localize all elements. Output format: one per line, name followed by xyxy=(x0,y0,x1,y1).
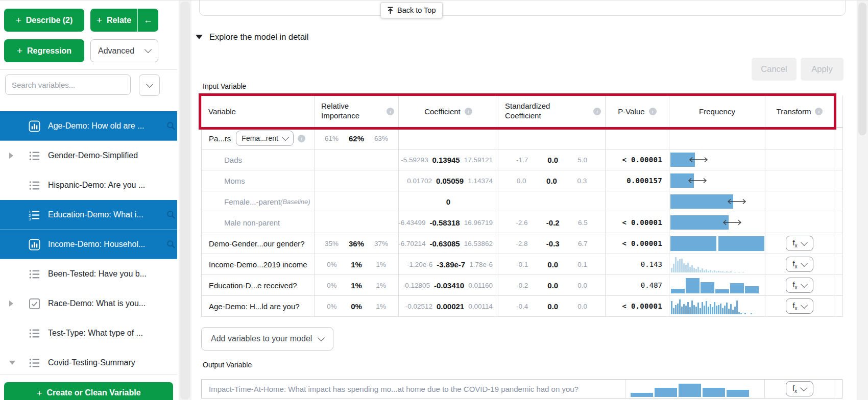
apply-button[interactable]: Apply xyxy=(801,58,843,81)
variable-name: Moms xyxy=(202,177,245,185)
info-icon[interactable] xyxy=(815,108,823,115)
info-icon[interactable] xyxy=(593,108,601,115)
search-options-dropdown[interactable] xyxy=(139,74,160,96)
value-high: 0.3 xyxy=(577,177,587,185)
histogram-bar xyxy=(686,278,700,293)
p-value: 0.143 xyxy=(641,260,662,268)
scrollbar-thumb[interactable] xyxy=(180,2,190,399)
numbered-list-icon: 123 xyxy=(29,209,40,221)
chevron-right-icon[interactable] xyxy=(9,301,13,307)
column-header-label: Variable xyxy=(208,107,236,116)
sidebar-item[interactable]: Covid-Testing-Summary xyxy=(0,348,177,378)
value-high: 1.78e-6 xyxy=(469,261,493,268)
info-icon[interactable] xyxy=(649,108,657,115)
magnifier-icon[interactable] xyxy=(166,239,176,249)
magnifier-icon[interactable] xyxy=(166,121,176,131)
regression-button[interactable]: + Regression xyxy=(4,39,84,62)
sidebar-item[interactable]: Test-Type: What type of ... xyxy=(0,318,177,348)
chevron-down-icon xyxy=(282,133,289,140)
p-value-cell xyxy=(606,128,669,149)
transform-fx-dropdown[interactable]: fx xyxy=(786,298,813,314)
standardized-coefficient-cell: -2.6-0.26.5 xyxy=(498,212,606,233)
describe-button[interactable]: + Describe (2) xyxy=(4,9,84,32)
p-value: < 0.00001 xyxy=(622,218,662,227)
explore-model-section-toggle[interactable]: Explore the model in detail xyxy=(196,32,308,42)
p-value-cell: < 0.00001 xyxy=(606,212,669,233)
histogram-bar xyxy=(724,272,726,272)
value-high: 17.59121 xyxy=(464,156,493,164)
info-icon[interactable] xyxy=(298,135,305,142)
magnifier-icon[interactable] xyxy=(166,210,176,220)
variable-name: Female...-parent xyxy=(202,197,280,206)
output-transform-cell: fx xyxy=(765,380,834,398)
histogram-bar xyxy=(701,282,714,293)
histogram-bar xyxy=(710,304,711,314)
fx-label: fx xyxy=(792,302,797,311)
value-mid: 62% xyxy=(349,134,364,143)
histogram-bar xyxy=(730,304,732,314)
histogram-bar xyxy=(677,304,679,314)
sidebar-item[interactable]: Been-Tested: Have you b... xyxy=(0,259,177,289)
histogram-bar xyxy=(728,272,730,272)
relate-button[interactable]: + Relate xyxy=(90,9,138,32)
value-mid: 0.0 xyxy=(547,260,558,269)
plus-icon: + xyxy=(36,388,42,398)
histogram-bar xyxy=(714,302,715,314)
table-spacer-cell xyxy=(834,380,842,398)
cancel-button[interactable]: Cancel xyxy=(752,58,797,81)
value-mid: 0.0 xyxy=(547,156,558,164)
sidebar-item[interactable]: Age-Demo: How old are ... xyxy=(0,111,177,141)
create-or-clean-variable-button[interactable]: + Create or Clean Variable xyxy=(4,382,173,400)
p-value-cell xyxy=(606,191,669,212)
arrow-up-to-line-icon xyxy=(387,7,394,14)
column-header-label: Coefficient xyxy=(424,107,461,116)
variable-cell: Dads xyxy=(202,149,315,170)
scrollbar-thumb[interactable] xyxy=(858,3,866,135)
transform-fx-dropdown[interactable]: fx xyxy=(786,236,813,251)
column-header-label: Relative Importance xyxy=(321,102,375,121)
table-row: Income-Demo...2019 income0%1%1%-1.20e-6-… xyxy=(202,254,843,275)
chevron-down-icon xyxy=(800,301,807,308)
sidebar-item[interactable]: 123Education-Demo: What i... xyxy=(0,200,177,230)
transform-fx-dropdown[interactable]: fx xyxy=(786,381,813,396)
transform-fx-dropdown[interactable]: fx xyxy=(786,257,813,272)
value-high: 1% xyxy=(376,261,387,268)
back-to-top-button[interactable]: Back to Top xyxy=(380,2,443,18)
plus-icon: + xyxy=(16,15,21,25)
histogram-bar xyxy=(736,301,738,314)
transform-fx-dropdown[interactable]: fx xyxy=(786,278,813,293)
create-button-label: Create or Clean Variable xyxy=(47,388,141,397)
p-value: 0.487 xyxy=(641,281,662,289)
search-variables-input[interactable] xyxy=(5,74,131,95)
baseline-value-dropdown[interactable]: Fema...rent xyxy=(236,131,294,146)
frequency-histogram xyxy=(669,276,759,295)
histogram-bar xyxy=(718,305,719,314)
list-icon xyxy=(29,268,40,280)
histogram-bar xyxy=(673,264,674,272)
value-low: -0.1 xyxy=(516,261,528,268)
chevron-down-icon[interactable] xyxy=(9,361,15,365)
histogram-bar xyxy=(693,305,695,314)
relate-button-group: + Relate ← xyxy=(90,9,158,32)
describe-button-label: Describe (2) xyxy=(26,16,73,25)
info-icon[interactable] xyxy=(387,108,394,115)
advanced-dropdown[interactable]: Advanced xyxy=(90,39,158,62)
table-spacer-cell xyxy=(834,149,843,170)
chevron-down-icon xyxy=(318,334,325,341)
chevron-down-icon xyxy=(800,384,807,391)
histogram-bar xyxy=(722,271,724,272)
info-icon[interactable] xyxy=(465,108,472,115)
chevron-right-icon[interactable] xyxy=(9,153,13,159)
sidebar-item[interactable]: Hispanic-Demo: Are you ... xyxy=(0,170,177,200)
add-variables-dropdown[interactable]: Add variables to your model xyxy=(201,327,333,351)
sidebar-item[interactable]: Income-Demo: Househol... xyxy=(0,230,177,259)
histogram-bar xyxy=(708,307,709,314)
histogram-bar xyxy=(671,268,672,272)
sidebar-item[interactable]: Race-Demo: What is you... xyxy=(0,289,177,318)
frequency-cell xyxy=(669,128,765,149)
section-title: Explore the model in detail xyxy=(209,32,308,42)
value-mid: -0.3 xyxy=(546,239,560,248)
sidebar-item[interactable]: Gender-Demo-Simplified xyxy=(0,141,177,170)
histogram-bar xyxy=(679,299,681,314)
back-arrow-button[interactable]: ← xyxy=(138,9,158,32)
